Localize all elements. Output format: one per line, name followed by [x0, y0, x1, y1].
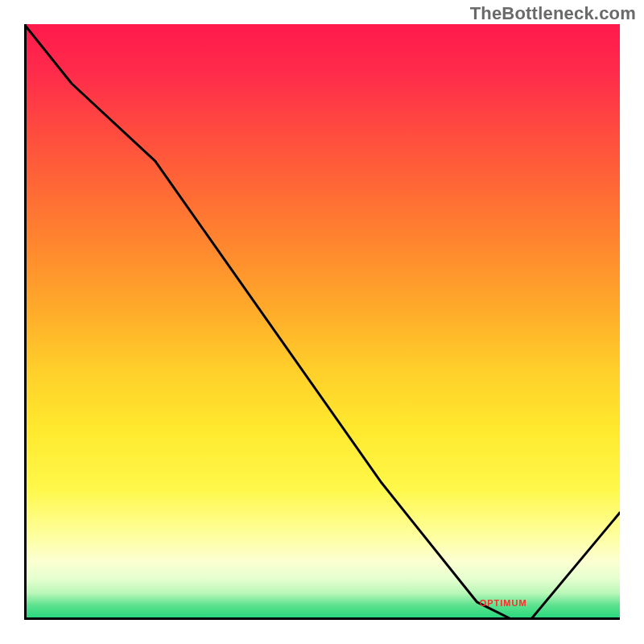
curve-svg: [24, 24, 620, 620]
optimum-marker: OPTIMUM: [480, 598, 527, 608]
y-axis: [24, 24, 27, 620]
plot-area: OPTIMUM: [24, 24, 620, 620]
watermark-text: TheBottleneck.com: [470, 3, 636, 24]
bottleneck-curve-path: [24, 24, 620, 620]
chart-container: TheBottleneck.com OPTIMUM: [0, 0, 644, 644]
x-axis: [24, 617, 620, 620]
